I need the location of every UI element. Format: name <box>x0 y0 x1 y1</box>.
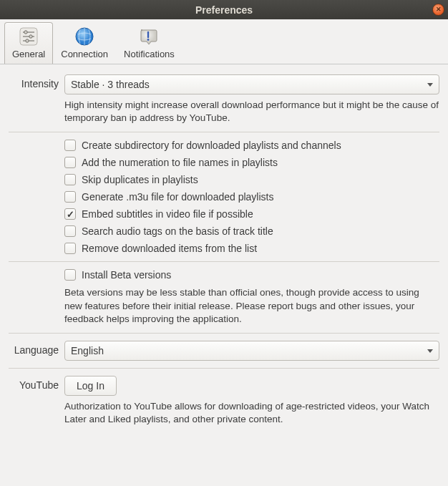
opt-removedl[interactable]: Remove downloaded items from the list <box>64 243 439 254</box>
language-label: Language <box>9 341 64 356</box>
content-pane: Intensity Stable · 3 threads High intens… <box>0 64 448 445</box>
youtube-help: Authorization to YouTube allows for down… <box>64 400 439 426</box>
language-row: Language English <box>9 341 439 361</box>
beta-section: Install Beta versions Beta versions may … <box>9 269 439 326</box>
sliders-icon <box>18 26 39 47</box>
checkbox-icon <box>64 225 76 237</box>
tab-general-label: General <box>12 49 45 59</box>
checkbox-icon <box>64 208 76 220</box>
checkbox-icon <box>64 174 76 185</box>
opt-embedsubs[interactable]: Embed subtitles in video file if possibl… <box>64 208 439 220</box>
divider <box>9 333 439 334</box>
language-select[interactable]: English <box>64 341 439 361</box>
svg-point-5 <box>29 35 32 38</box>
youtube-label: YouTube <box>9 376 64 391</box>
options-section: Create subdirectory for downloaded playl… <box>9 140 439 254</box>
intensity-value: Stable · 3 threads <box>71 79 150 90</box>
opt-skipdup[interactable]: Skip duplicates in playlists <box>64 174 439 185</box>
opt-beta[interactable]: Install Beta versions <box>64 269 439 281</box>
checkbox-icon <box>64 269 76 281</box>
checkbox-icon <box>64 191 76 203</box>
window-title: Preferences <box>0 4 448 16</box>
youtube-login-button[interactable]: Log In <box>64 376 117 396</box>
intensity-row: Intensity Stable · 3 threads High intens… <box>9 74 439 125</box>
tab-notifications[interactable]: Notifications <box>116 22 182 64</box>
close-icon[interactable] <box>432 4 444 16</box>
svg-point-6 <box>26 39 29 42</box>
notification-icon <box>138 26 160 47</box>
opt-m3u[interactable]: Generate .m3u file for downloaded playli… <box>64 191 439 203</box>
tab-connection[interactable]: Connection <box>53 22 116 64</box>
opt-audiotags[interactable]: Search audio tags on the basis of track … <box>64 225 439 237</box>
tab-general[interactable]: General <box>4 22 53 64</box>
beta-help: Beta versions may be less stable than of… <box>64 286 439 326</box>
chevron-down-icon <box>427 83 433 87</box>
divider <box>9 261 439 262</box>
chevron-down-icon <box>427 349 433 353</box>
divider <box>9 132 439 132</box>
checkbox-icon <box>64 157 76 168</box>
titlebar: Preferences <box>0 0 448 19</box>
tab-connection-label: Connection <box>61 49 108 59</box>
toolbar-tabs: General Connection <box>0 19 448 64</box>
svg-point-4 <box>24 31 27 34</box>
checkbox-icon <box>64 243 76 254</box>
intensity-help: High intensity might increase overall do… <box>64 99 439 125</box>
divider <box>9 368 439 369</box>
checkbox-icon <box>64 140 76 151</box>
tab-notifications-label: Notifications <box>124 49 175 59</box>
language-value: English <box>71 345 104 356</box>
svg-point-9 <box>147 39 150 41</box>
intensity-label: Intensity <box>9 74 64 89</box>
globe-icon <box>74 26 95 47</box>
opt-numeration[interactable]: Add the numeration to file names in play… <box>64 157 439 168</box>
opt-subdir[interactable]: Create subdirectory for downloaded playl… <box>64 140 439 151</box>
intensity-select[interactable]: Stable · 3 threads <box>64 74 439 94</box>
youtube-row: YouTube Log In Authorization to YouTube … <box>9 376 439 426</box>
